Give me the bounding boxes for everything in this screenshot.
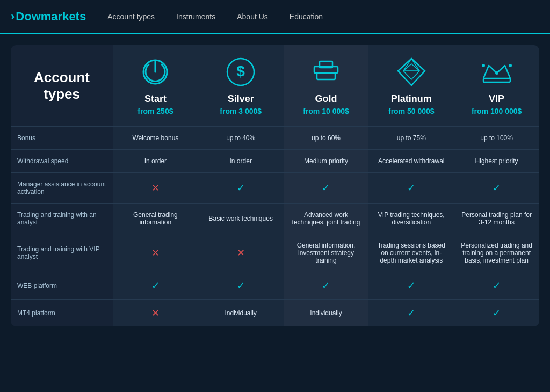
row-cell: ✕ xyxy=(113,234,198,272)
table-header: Accounttypes Start from 250$ $ Silver xyxy=(11,45,539,126)
row-label: Trading and training with an analyst xyxy=(11,204,113,234)
row-cell: VIP trading techniques, diversification xyxy=(368,204,454,234)
row-cell: General information, investment strategy… xyxy=(284,234,369,272)
bars-icon xyxy=(310,56,342,88)
silver-name: Silver xyxy=(228,93,254,105)
row-label: Bonus xyxy=(11,127,113,149)
cross-icon: ✕ xyxy=(237,247,245,259)
navbar: › Dowmarkets Account types Instruments A… xyxy=(0,0,550,34)
row-cell: ✓ xyxy=(368,173,454,203)
row-label: Withdrawal speed xyxy=(11,150,113,172)
check-icon: ✓ xyxy=(407,182,415,194)
logo-light: markets xyxy=(41,10,86,23)
logo-text: Dowmarkets xyxy=(16,10,86,24)
row-cell: In order xyxy=(113,150,198,172)
account-col-gold: Gold from 10 000$ xyxy=(284,45,369,126)
row-label: Manager assistance in account activation xyxy=(11,173,113,203)
table-title-cell: Accounttypes xyxy=(11,45,113,126)
row-cell: ✓ xyxy=(198,173,284,203)
account-col-vip: VIP from 100 000$ xyxy=(454,45,539,126)
account-col-platinum: Platinum from 50 000$ xyxy=(368,45,454,126)
row-label: WEB platform xyxy=(11,272,113,299)
vip-name: VIP xyxy=(489,93,504,105)
row-cell: Accelerated withdrawal xyxy=(368,150,454,172)
row-cell: Individually xyxy=(284,300,369,326)
logo: › Dowmarkets xyxy=(11,10,86,24)
row-cell: ✓ xyxy=(454,173,539,203)
table-row: MT4 platform✕IndividuallyIndividually✓✓ xyxy=(11,300,539,326)
table-body: BonusWelcome bonusup to 40%up to 60%up t… xyxy=(11,126,539,326)
svg-rect-12 xyxy=(483,78,510,82)
svg-point-15 xyxy=(509,64,512,67)
svg-text:$: $ xyxy=(236,63,245,79)
gold-name: Gold xyxy=(315,93,337,105)
row-cell: Welcome bonus xyxy=(113,127,198,149)
check-icon: ✓ xyxy=(237,182,245,194)
row-cell: ✕ xyxy=(113,173,198,203)
row-cell: up to 75% xyxy=(368,127,454,149)
cross-icon: ✕ xyxy=(151,182,160,194)
check-icon: ✓ xyxy=(493,182,501,194)
check-icon: ✓ xyxy=(151,280,160,292)
table-row: Manager assistance in account activation… xyxy=(11,173,539,204)
svg-marker-7 xyxy=(398,59,425,85)
row-cell: ✓ xyxy=(368,272,454,299)
nav-account-types[interactable]: Account types xyxy=(107,12,155,21)
silver-price: from 3 000$ xyxy=(220,107,262,115)
check-icon: ✓ xyxy=(322,182,330,194)
check-icon: ✓ xyxy=(493,280,501,292)
svg-rect-5 xyxy=(317,73,335,79)
check-icon: ✓ xyxy=(322,280,330,292)
row-cell: up to 60% xyxy=(284,127,369,149)
nav-education[interactable]: Education xyxy=(290,12,323,21)
row-cell: Personalized trading and training on a p… xyxy=(454,234,539,272)
svg-point-14 xyxy=(482,64,485,67)
row-cell: ✓ xyxy=(368,300,454,326)
main-content: Accounttypes Start from 250$ $ Silver xyxy=(0,34,550,337)
row-cell: ✕ xyxy=(113,300,198,326)
row-cell: Basic work techniques xyxy=(198,204,284,234)
row-cell: Medium priority xyxy=(284,150,369,172)
row-cell: Personal trading plan for 3-12 months xyxy=(454,204,539,234)
row-cell: In order xyxy=(198,150,284,172)
account-col-silver: $ Silver from 3 000$ xyxy=(198,45,284,126)
svg-marker-8 xyxy=(403,64,419,79)
row-cell: ✓ xyxy=(454,272,539,299)
cross-icon: ✕ xyxy=(151,307,160,319)
row-cell: ✓ xyxy=(284,272,369,299)
row-cell: ✓ xyxy=(113,272,198,299)
cross-icon: ✕ xyxy=(151,247,160,259)
table-row: Trading and training with an analystGene… xyxy=(11,204,539,234)
nav-links: Account types Instruments About Us Educa… xyxy=(107,12,323,21)
platinum-name: Platinum xyxy=(391,93,432,105)
table-row: Withdrawal speedIn orderIn orderMedium p… xyxy=(11,150,539,173)
table-row: WEB platform✓✓✓✓✓ xyxy=(11,272,539,300)
diamond-icon xyxy=(395,56,428,88)
logo-arrow: › xyxy=(11,10,15,24)
svg-point-13 xyxy=(495,71,498,75)
row-cell: ✓ xyxy=(198,272,284,299)
row-cell: ✓ xyxy=(454,300,539,326)
check-icon: ✓ xyxy=(237,280,245,292)
nav-instruments[interactable]: Instruments xyxy=(176,12,215,21)
row-label: MT4 platform xyxy=(11,300,113,326)
account-col-start: Start from 250$ xyxy=(113,45,198,126)
dollar-icon: $ xyxy=(225,56,257,88)
row-cell: Individually xyxy=(198,300,284,326)
power-icon xyxy=(139,56,171,88)
row-cell: Advanced work techniques, joint trading xyxy=(284,204,369,234)
nav-about-us[interactable]: About Us xyxy=(237,12,268,21)
start-name: Start xyxy=(144,93,167,105)
page-title: Accounttypes xyxy=(34,69,90,103)
row-cell: Highest priority xyxy=(454,150,539,172)
account-types-table: Accounttypes Start from 250$ $ Silver xyxy=(11,45,539,326)
row-cell: Trading sessions based on current events… xyxy=(368,234,454,272)
row-cell: General trading information xyxy=(113,204,198,234)
row-cell: up to 100% xyxy=(454,127,539,149)
table-row: BonusWelcome bonusup to 40%up to 60%up t… xyxy=(11,127,539,150)
check-icon: ✓ xyxy=(493,307,501,319)
table-row: Trading and training with VIP analyst✕✕G… xyxy=(11,234,539,272)
gold-price: from 10 000$ xyxy=(303,107,349,115)
row-cell: ✕ xyxy=(198,234,284,272)
check-icon: ✓ xyxy=(407,307,415,319)
